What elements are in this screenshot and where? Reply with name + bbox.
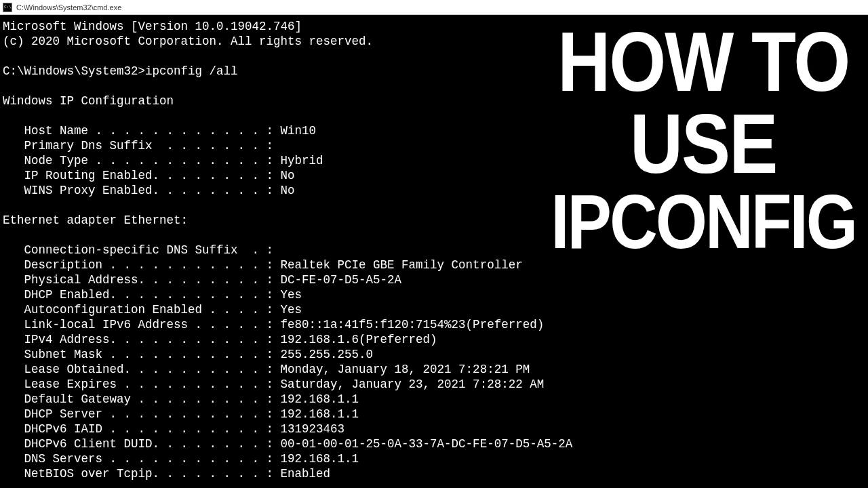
- autoconfig-value: Yes: [281, 303, 302, 317]
- link-local-label: Link-local IPv6 Address . . . . . :: [3, 318, 281, 331]
- host-name-label: Host Name . . . . . . . . . . . . :: [3, 124, 281, 138]
- copyright-line: (c) 2020 Microsoft Corporation. All righ…: [3, 35, 373, 48]
- wins-proxy-value: No: [281, 184, 295, 197]
- ipconfig-heading: Windows IP Configuration: [3, 94, 174, 108]
- dhcpv6-iaid-label: DHCPv6 IAID . . . . . . . . . . . :: [3, 422, 281, 436]
- physical-value: DC-FE-07-D5-A5-2A: [281, 273, 402, 287]
- ip-routing-value: No: [281, 169, 295, 182]
- conn-dns-label: Connection-specific DNS Suffix . :: [3, 243, 273, 257]
- lease-obt-value: Monday, January 18, 2021 7:28:21 PM: [281, 363, 530, 376]
- dhcp-enabled-value: Yes: [281, 288, 302, 302]
- dhcp-server-value: 192.168.1.1: [281, 407, 359, 421]
- window-titlebar[interactable]: C:\Windows\System32\cmd.exe: [0, 0, 868, 15]
- gateway-value: 192.168.1.1: [281, 392, 359, 406]
- netbios-value: Enabled: [281, 467, 331, 481]
- ipv4-label: IPv4 Address. . . . . . . . . . . :: [3, 333, 281, 346]
- node-type-label: Node Type . . . . . . . . . . . . :: [3, 154, 281, 167]
- overlay-line-3: IPCONFIG: [551, 186, 856, 258]
- ip-routing-label: IP Routing Enabled. . . . . . . . :: [3, 169, 281, 182]
- ipv4-value: 192.168.1.6(Preferred): [281, 333, 437, 346]
- gateway-label: Default Gateway . . . . . . . . . :: [3, 392, 281, 406]
- version-line: Microsoft Windows [Version 10.0.19042.74…: [3, 20, 302, 33]
- autoconfig-label: Autoconfiguration Enabled . . . . :: [3, 303, 281, 317]
- node-type-value: Hybrid: [281, 154, 323, 167]
- dns-servers-value: 192.168.1.1: [281, 452, 359, 466]
- description-value: Realtek PCIe GBE Family Controller: [281, 258, 523, 272]
- link-local-value: fe80::1a:41f5:f120:7154%23(Preferred): [281, 318, 545, 331]
- dhcpv6-duid-label: DHCPv6 Client DUID. . . . . . . . :: [3, 437, 281, 451]
- overlay-line-1: HOW TO: [551, 22, 856, 102]
- cmd-icon: [3, 3, 12, 12]
- wins-proxy-label: WINS Proxy Enabled. . . . . . . . :: [3, 184, 281, 197]
- lease-exp-value: Saturday, January 23, 2021 7:28:22 AM: [281, 378, 545, 391]
- prompt-path: C:\Windows\System32>: [3, 64, 145, 78]
- overlay-line-2: USE: [551, 104, 856, 184]
- window-title: C:\Windows\System32\cmd.exe: [16, 3, 121, 12]
- subnet-value: 255.255.255.0: [281, 348, 374, 361]
- dhcp-server-label: DHCP Server . . . . . . . . . . . :: [3, 407, 281, 421]
- prompt-command: ipconfig /all: [145, 64, 238, 78]
- dhcp-enabled-label: DHCP Enabled. . . . . . . . . . . :: [3, 288, 281, 302]
- subnet-label: Subnet Mask . . . . . . . . . . . :: [3, 348, 281, 361]
- netbios-label: NetBIOS over Tcpip. . . . . . . . :: [3, 467, 281, 481]
- lease-exp-label: Lease Expires . . . . . . . . . . :: [3, 378, 281, 391]
- title-overlay: HOW TO USE IPCONFIG: [551, 27, 856, 253]
- dns-servers-label: DNS Servers . . . . . . . . . . . :: [3, 452, 281, 466]
- physical-label: Physical Address. . . . . . . . . :: [3, 273, 281, 287]
- dhcpv6-iaid-value: 131923463: [281, 422, 345, 436]
- primary-dns-label: Primary Dns Suffix . . . . . . . :: [3, 139, 273, 152]
- description-label: Description . . . . . . . . . . . :: [3, 258, 281, 272]
- lease-obt-label: Lease Obtained. . . . . . . . . . :: [3, 363, 281, 376]
- adapter-heading: Ethernet adapter Ethernet:: [3, 214, 188, 227]
- dhcpv6-duid-value: 00-01-00-01-25-0A-33-7A-DC-FE-07-D5-A5-2…: [281, 437, 573, 451]
- host-name-value: Win10: [281, 124, 317, 138]
